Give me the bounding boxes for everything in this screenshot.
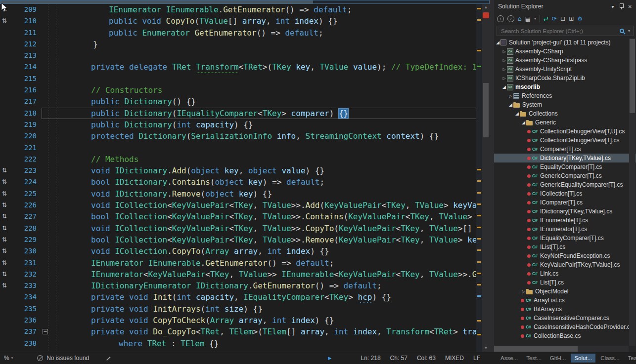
line-number[interactable]: 217 [15, 96, 42, 107]
line-number[interactable]: 238 [15, 338, 42, 349]
code-line-body[interactable]: IEnumerator IEnumerable.GetEnumerator() … [42, 257, 476, 269]
line-number[interactable]: 221 [15, 142, 42, 154]
code-line[interactable]: ⇅231IEnumerator IEnumerable.GetEnumerato… [0, 257, 476, 269]
code-line-body[interactable]: –private void Do_CopyTo<TRet, TElem>(TEl… [42, 326, 476, 337]
code-line-body[interactable]: private delegate TRet Transform<TRet>(TK… [42, 61, 476, 73]
tree-item[interactable]: ▷C#Assembly-CSharp [494, 47, 636, 56]
line-number[interactable]: 235 [15, 303, 42, 315]
code-line[interactable]: ⇅223void IDictionary.Add(object key, obj… [0, 165, 476, 176]
code-line-body[interactable] [42, 50, 476, 61]
tree-item[interactable]: C#IEqualityComparer[T].cs [494, 234, 636, 243]
line-number[interactable]: 213 [15, 50, 42, 61]
expand-arrow-icon[interactable]: ◢ [501, 84, 507, 89]
tree-item[interactable]: C#GenericEqualityComparer[T].cs [494, 180, 636, 189]
tree-item[interactable]: C#IComparer[T].cs [494, 198, 636, 207]
refresh-icon[interactable]: ⟳ [552, 15, 557, 22]
tree-item[interactable]: C#EqualityComparer[T].cs [494, 162, 636, 171]
line-number[interactable]: 214 [15, 61, 42, 73]
override-indicator-icon[interactable]: ⇅ [0, 257, 15, 269]
override-indicator-icon[interactable]: ⇅ [0, 245, 15, 257]
expand-arrow-icon[interactable]: ◢ [508, 102, 513, 107]
code-line-body[interactable]: public Enumerator GetEnumerator() => def… [42, 27, 476, 39]
line-number[interactable]: 212 [15, 39, 42, 50]
line-number[interactable]: 222 [15, 154, 42, 165]
collapse-all-icon[interactable]: ⊟ [560, 15, 565, 22]
line-number[interactable]: 226 [15, 200, 42, 211]
code-line[interactable]: 220protected Dictionary(SerializationInf… [0, 130, 476, 142]
code-line[interactable]: 236private void CopyToCheck(Array array,… [0, 315, 476, 326]
code-line[interactable]: 211public Enumerator GetEnumerator() => … [0, 27, 476, 39]
search-box[interactable]: ▾ [497, 26, 634, 36]
tree-item[interactable]: C#BitArray.cs [494, 305, 636, 314]
line-number[interactable]: 223 [15, 165, 42, 176]
code-line[interactable]: 218public Dictionary(IEqualityComparer<T… [0, 108, 476, 119]
line-number[interactable]: 232 [15, 269, 42, 280]
code-line[interactable]: 238where TRet : TElem {} [0, 338, 476, 349]
play-icon[interactable]: ▶ [328, 356, 332, 361]
override-indicator-icon[interactable]: ⇅ [0, 223, 15, 234]
code-line-body[interactable]: public Dictionary() {} [42, 96, 476, 107]
code-line[interactable]: ⇅232IEnumerator<KeyValuePair<TKey, TValu… [0, 269, 476, 280]
code-line[interactable]: ⇅227bool ICollection<KeyValuePair<TKey, … [0, 211, 476, 222]
tree-item[interactable]: C#CaseInsensitiveHashCodeProvider.cs [494, 323, 636, 331]
code-line[interactable]: ⇅226void ICollection<KeyValuePair<TKey, … [0, 200, 476, 211]
code-line[interactable]: 221 [0, 142, 476, 154]
code-line-body[interactable]: private void InitArrays(int size) {} [42, 303, 476, 315]
tree-item[interactable]: ◢Generic [494, 118, 636, 127]
tree-item[interactable]: ▷References [494, 91, 636, 100]
code-line-body[interactable]: void IDictionary.Remove(object key) {} [42, 188, 476, 200]
tree-item[interactable]: C#GenericComparer[T].cs [494, 171, 636, 180]
tree-item[interactable]: ◢C#mscorlib [494, 82, 636, 91]
expand-arrow-icon[interactable]: ◢ [514, 111, 520, 116]
tree-item[interactable]: C#IEnumerator[T].cs [494, 225, 636, 234]
code-line[interactable]: 235private void InitArrays(int size) {} [0, 303, 476, 315]
line-number[interactable]: 211 [15, 27, 42, 39]
code-line-body[interactable] [42, 142, 476, 154]
show-all-files-icon[interactable]: ⊞ [569, 15, 574, 22]
override-indicator-icon[interactable]: ⇅ [0, 176, 15, 188]
line-number[interactable]: 220 [15, 130, 42, 142]
line-number[interactable]: 237 [15, 326, 42, 337]
line-number[interactable]: 227 [15, 211, 42, 222]
switch-views-icon[interactable]: ▤ [525, 15, 531, 22]
code-line-body[interactable]: private void CopyToCheck(Array array, in… [42, 315, 476, 326]
tool-window-tab[interactable]: Tea... [625, 354, 636, 363]
override-indicator-icon[interactable]: ⇅ [0, 211, 15, 222]
line-number[interactable]: 228 [15, 223, 42, 234]
status-message[interactable]: No issues found [46, 355, 89, 362]
collapse-arrow-icon[interactable]: ▷ [501, 58, 507, 63]
tree-item[interactable]: C#ArrayList.cs [494, 296, 636, 305]
code-line[interactable]: ⇅209IEnumerator IEnumerable.GetEnumerato… [0, 4, 476, 15]
pin-icon[interactable] [619, 3, 624, 9]
collapse-arrow-icon[interactable]: ▷ [501, 67, 507, 72]
code-line[interactable]: ⇅225void IDictionary.Remove(object key) … [0, 188, 476, 200]
line-number[interactable]: 230 [15, 245, 42, 257]
tree-item[interactable]: C#IDictionary[TKey,TValue].cs [494, 207, 636, 216]
tree-vertical-scrollbar[interactable] [629, 38, 636, 346]
tree-horizontal-scrollbar[interactable] [494, 346, 629, 352]
override-indicator-icon[interactable]: ⇅ [0, 165, 15, 176]
tool-window-tab[interactable]: Class... [597, 354, 623, 363]
code-line-body[interactable]: void ICollection.CopyTo(Array array, int… [42, 245, 476, 257]
line-number[interactable]: 218 [15, 108, 42, 119]
tool-window-tab[interactable]: GitH... [546, 354, 570, 363]
code-line[interactable]: ⇅230void ICollection.CopyTo(Array array,… [0, 245, 476, 257]
override-indicator-icon[interactable]: ⇅ [0, 200, 15, 211]
line-number[interactable]: 209 [15, 4, 42, 15]
code-line-body[interactable]: // Methods [42, 154, 476, 165]
expand-arrow-icon[interactable]: ◢ [521, 120, 526, 125]
tool-window-tab[interactable]: Test... [523, 354, 545, 363]
tree-item[interactable]: C#CaseInsensitiveComparer.cs [494, 314, 636, 323]
horizontal-scrollbar[interactable] [0, 0, 490, 4]
line-number[interactable]: 215 [15, 73, 42, 84]
code-line[interactable]: 219public Dictionary(int capacity) {} [0, 119, 476, 130]
code-line[interactable]: 212} [0, 39, 476, 50]
tree-item[interactable]: C#IList[T].cs [494, 243, 636, 251]
tree-item[interactable]: ◢Collections [494, 109, 636, 118]
code-line[interactable]: ⇅210public void CopyTo(TValue[] array, i… [0, 15, 476, 27]
code-line-body[interactable] [42, 73, 476, 84]
window-menu-icon[interactable]: ▾ [612, 4, 614, 9]
line-number[interactable]: 234 [15, 291, 42, 303]
expand-arrow-icon[interactable]: ◢ [495, 40, 500, 45]
tree-item[interactable]: C#List[T].cs [494, 278, 636, 287]
